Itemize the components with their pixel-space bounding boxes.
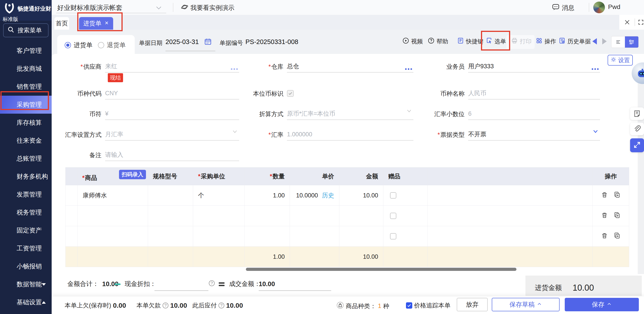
warehouse-lookup-dots[interactable]: [405, 68, 412, 70]
question-circle-icon[interactable]: ?: [218, 302, 224, 308]
warehouse-input[interactable]: 总仓: [287, 61, 414, 72]
currency-symbol-input[interactable]: ¥: [105, 108, 239, 120]
settings-button[interactable]: 设置: [608, 55, 633, 66]
sidebar-item-ledger[interactable]: 总账管理: [0, 150, 52, 168]
close-icon[interactable]: [104, 20, 109, 27]
sidebar-item-payroll[interactable]: 工资管理: [0, 240, 52, 258]
menu-search-box[interactable]: 搜索菜单: [3, 23, 48, 37]
spec-cell[interactable]: [148, 206, 193, 226]
spec-cell[interactable]: [148, 226, 193, 246]
price-cell[interactable]: [290, 226, 339, 246]
product-cell[interactable]: [78, 226, 148, 246]
sidebar-item-funds[interactable]: 往来资金: [0, 132, 52, 150]
messages-button[interactable]: 消息: [552, 3, 574, 12]
sidebar-item-wholesale[interactable]: 批发商城: [0, 60, 52, 78]
chevron-down-icon[interactable]: [406, 106, 412, 117]
chevron-down-icon[interactable]: [592, 127, 599, 138]
copy-row-icon[interactable]: [614, 212, 620, 220]
row-handle[interactable]: [65, 226, 78, 246]
product-cell[interactable]: 康师傅水: [78, 185, 148, 206]
sidebar-item-purchase[interactable]: 采购管理: [0, 96, 52, 114]
draft-panel-button[interactable]: 草: [630, 107, 644, 120]
gift-checkbox[interactable]: [390, 233, 396, 240]
sidebar-item-tax[interactable]: 税务管理: [0, 204, 52, 222]
sidebar-item-base-settings[interactable]: 基础设置: [0, 293, 52, 311]
qty-cell[interactable]: [245, 226, 290, 246]
rate-set-mode-select[interactable]: 月汇率: [105, 129, 239, 140]
salesman-input[interactable]: 用户9333: [468, 61, 600, 72]
delete-row-icon[interactable]: [601, 232, 608, 240]
exchange-rate-input[interactable]: 1.000000: [287, 129, 414, 140]
currency-name-input[interactable]: 人民币: [468, 88, 600, 100]
price-track-toggle[interactable]: 价格追踪本单: [406, 302, 450, 310]
bill-type-select[interactable]: 不开票: [468, 129, 600, 140]
qty-cell[interactable]: 1.00: [245, 185, 290, 206]
avatar[interactable]: [593, 2, 605, 13]
amount-cell[interactable]: [339, 206, 383, 226]
video-button[interactable]: 视频: [402, 37, 423, 46]
horizontal-scrollbar-thumb[interactable]: [246, 268, 516, 271]
tab-purchase-order[interactable]: 进货单: [79, 17, 113, 30]
discard-button[interactable]: 放弃: [457, 298, 488, 311]
chevron-down-icon[interactable]: [232, 127, 238, 138]
scan-entry-button[interactable]: 扫码录入: [119, 170, 146, 179]
supplier-input[interactable]: 来红: [105, 61, 239, 72]
amount-cell[interactable]: 10.00: [339, 185, 383, 206]
save-draft-button[interactable]: 保存草稿: [492, 298, 560, 311]
copy-row-icon[interactable]: [614, 232, 620, 240]
fullscreen-icon[interactable]: [638, 19, 644, 26]
sidebar-item-customer[interactable]: 客户管理: [0, 42, 52, 60]
radio-return-order[interactable]: 退货单: [98, 41, 126, 50]
question-circle-icon[interactable]: ?: [209, 280, 215, 286]
question-circle-icon[interactable]: ?: [162, 302, 168, 308]
tab-home[interactable]: 首页: [54, 17, 69, 30]
next-doc-arrow[interactable]: [602, 38, 607, 44]
prev-doc-arrow[interactable]: [592, 38, 597, 44]
row-handle[interactable]: [65, 206, 78, 226]
copy-row-icon[interactable]: [614, 191, 620, 200]
sidebar-item-data-intel[interactable]: 数据智能: [0, 275, 52, 293]
amount-cell[interactable]: [339, 226, 383, 246]
sidebar-item-sales[interactable]: 销售管理: [0, 78, 52, 96]
unit-cell[interactable]: 个: [193, 185, 245, 206]
conversion-mode-select[interactable]: 原币*汇率=本位币: [287, 108, 414, 120]
unit-cell[interactable]: [193, 226, 245, 246]
delete-row-icon[interactable]: [601, 212, 608, 220]
help-button[interactable]: 帮助: [428, 37, 448, 46]
attachment-panel-button[interactable]: [630, 123, 644, 135]
operations-button[interactable]: 操作: [536, 37, 556, 46]
cash-discount-input[interactable]: [154, 290, 208, 291]
form-view-button[interactable]: [625, 36, 638, 48]
demo-link[interactable]: 我要看实例演示: [181, 3, 234, 12]
qty-cell[interactable]: [245, 206, 290, 226]
currency-code-input[interactable]: CNY: [105, 88, 239, 100]
sidebar-item-fixed-assets[interactable]: 固定资产: [0, 222, 52, 240]
checkbox-checked-icon[interactable]: [406, 302, 412, 308]
close-icon[interactable]: [624, 19, 630, 26]
spec-cell[interactable]: [148, 185, 193, 206]
base-currency-checkbox-checked[interactable]: [287, 90, 294, 97]
save-button[interactable]: 保存: [565, 298, 639, 311]
sidebar-item-invoice[interactable]: 发票管理: [0, 186, 52, 204]
sidebar-item-expense[interactable]: 小畅报销: [0, 258, 52, 275]
sidebar-item-finance-multi[interactable]: 财务多机构: [0, 168, 52, 186]
radio-purchase-order[interactable]: 进货单: [65, 41, 92, 50]
price-cell[interactable]: [290, 206, 339, 226]
delete-row-icon[interactable]: [601, 191, 608, 200]
date-value[interactable]: 2025-03-31: [166, 38, 199, 46]
chevron-down-icon[interactable]: [156, 4, 162, 12]
pick-order-button[interactable]: 选单: [486, 37, 506, 46]
print-button[interactable]: 打印: [511, 37, 532, 46]
sidebar-item-inventory[interactable]: 库存核算: [0, 114, 52, 132]
calendar-icon[interactable]: [204, 38, 212, 46]
salesman-lookup-dots[interactable]: [592, 68, 599, 70]
price-cell[interactable]: 10.0000历史: [290, 185, 339, 206]
sidebar-item-base-info[interactable]: 基础信息: [0, 311, 52, 314]
row-handle[interactable]: [65, 185, 78, 206]
history-docs-button[interactable]: 历史单据: [559, 37, 591, 46]
product-cell[interactable]: [78, 206, 148, 226]
gift-checkbox[interactable]: [390, 213, 396, 219]
remark-input[interactable]: 请输入: [105, 149, 239, 161]
expand-panel-button[interactable]: [630, 138, 644, 152]
supplier-lookup-dots[interactable]: [231, 68, 238, 70]
